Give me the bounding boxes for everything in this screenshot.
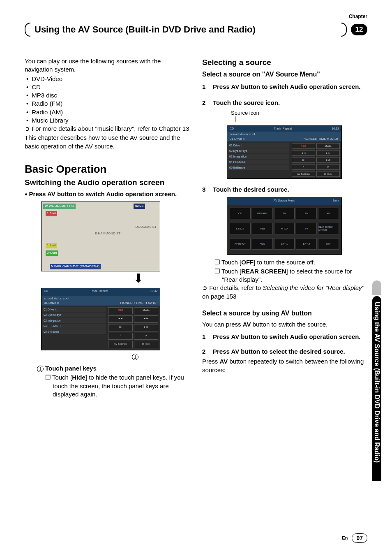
step-text: Touch the desired source.	[213, 185, 289, 194]
list-item: CD	[32, 83, 190, 91]
callout-number-icon: 1	[37, 366, 44, 372]
subhead-av-button: Select a source by using AV button	[202, 309, 367, 318]
return-button[interactable]: ↰	[292, 164, 315, 170]
callout-heading: 1Touch panel keys	[25, 364, 190, 373]
left-column: You can play or use the following source…	[25, 57, 190, 398]
sh-subtitle2: 01 Drive it	[230, 137, 244, 141]
list-item: Radio (FM)	[32, 100, 190, 108]
source-mcd[interactable]: M-CD	[274, 223, 295, 234]
step-b1: 1 Press AV button to switch Audio operat…	[202, 333, 367, 341]
menu-title: AV Source Menu	[274, 199, 295, 204]
play-pause-button[interactable]: ►/II	[134, 324, 158, 331]
map-road-right: DOUGLAS ST	[135, 225, 157, 229]
source-ext2[interactable]: EXT 2	[296, 238, 317, 250]
step-text: Press AV button to switch Audio operatio…	[213, 333, 361, 341]
callout-label: Touch panel keys	[45, 365, 97, 372]
sh-subtitle1: sound.vision.soul	[230, 132, 339, 137]
hide-button[interactable]: ⊠ Hide	[316, 171, 340, 177]
chapter-label: Chapter	[349, 13, 367, 20]
list-item: MP3 disc	[32, 91, 190, 100]
sh-pioneer: PIONEER TIME	[302, 137, 326, 141]
side-tab: Using the AV Source (Built-in DVD Drive …	[372, 296, 381, 481]
repeat-button[interactable]: ⟳	[316, 164, 340, 170]
list-item: DVD-Video	[32, 75, 190, 83]
source-am[interactable]: AM	[296, 208, 317, 219]
arrow-down-icon: ⬇	[86, 272, 190, 285]
sh-track: Track	[274, 127, 281, 130]
list-button[interactable]: ▤	[108, 324, 132, 331]
sh-repeat: Repeat	[99, 290, 108, 292]
repeat-button[interactable]: ⟳	[134, 333, 158, 340]
list-button[interactable]: ▤	[292, 157, 315, 163]
source-rear-screen[interactable]: REAR SCREEN MIRROR	[318, 223, 339, 234]
right-column: Selecting a source Select a source on "A…	[202, 57, 367, 398]
source-library[interactable]: LIBRARY	[252, 208, 273, 219]
return-button[interactable]: ↰	[108, 333, 132, 340]
back-button[interactable]: Back	[332, 199, 339, 202]
chapter-desc: This chapter describes how to use the AV…	[25, 134, 190, 151]
source-tv[interactable]: TV	[296, 223, 317, 234]
source-ext1[interactable]: EXT 1	[274, 238, 295, 250]
sh-clock: 10:32	[150, 289, 157, 295]
step-number: 2	[202, 99, 207, 107]
track-row[interactable]: 02 Eye-to-eye	[228, 148, 289, 153]
track-row[interactable]: 05 Brilliance	[228, 165, 289, 170]
page-footer: En 97	[342, 533, 367, 543]
track-row[interactable]: 05 Brilliance	[42, 329, 106, 334]
map-screenshot: W WOODBURY RD 02:23 1.3 mi DOUGLAS ST E …	[41, 202, 160, 271]
source-cd[interactable]: CD	[230, 208, 251, 219]
source-icon-caption: Source icon	[231, 109, 367, 117]
sh-repeat: Repeat	[283, 127, 292, 130]
prev-button[interactable]: ◄◄	[292, 150, 315, 156]
step-text: Touch the source icon.	[213, 99, 280, 107]
cd-screenshot-2: CD Track Repeat 10:32 sound.vision.soul …	[227, 125, 342, 179]
av-source-menu-screenshot: AV Source Menu Back CD LIBRARY FM AM XM …	[227, 197, 342, 255]
track-row[interactable]: 04 PREMIER	[42, 324, 106, 328]
next-button[interactable]: ►►	[316, 150, 340, 156]
hide-button[interactable]: ⊠ Hide	[134, 341, 158, 348]
chapter-number-badge: 12	[351, 24, 367, 35]
source-off[interactable]: OFF	[318, 238, 339, 250]
sh-subtitle1: sound.vision.soul	[44, 297, 157, 301]
av-press-text: You can press AV button to switch the so…	[202, 320, 367, 329]
av-settings-button[interactable]: AV Settings	[292, 171, 315, 177]
track-row[interactable]: 04 PREMIER	[228, 160, 289, 164]
callout-body: Touch [Hide] to hide the touch panel key…	[25, 373, 190, 398]
page-title-row: Using the AV Source (Built-in DVD Drive …	[25, 23, 367, 37]
page-title: Using the AV Source (Built-in DVD Drive …	[35, 23, 337, 36]
source-list: DVD-Video CD MP3 disc Radio (FM) Radio (…	[25, 75, 190, 125]
sh-pioneer: PIONEER TIME	[120, 301, 143, 305]
list-item: Radio (AM)	[32, 108, 190, 116]
track-row[interactable]: 03 Integration	[228, 154, 289, 159]
source-ipod[interactable]: iPod	[252, 223, 273, 234]
play-pause-button[interactable]: ►/II	[316, 157, 340, 163]
track-row[interactable]: 01 Drive it	[228, 143, 289, 148]
track-row[interactable]: 03 Integration	[42, 318, 106, 323]
cd-screenshot: CD Track Repeat 10:32 sound.vision.soul …	[41, 288, 160, 350]
final-text: Press AV button repeatedly to switch bet…	[202, 357, 367, 374]
source-xm[interactable]: XM	[318, 208, 339, 219]
bracket-left	[25, 23, 30, 37]
step-number: 2	[202, 348, 207, 356]
media-button[interactable]: Media	[134, 307, 158, 315]
av-settings-button[interactable]: AV Settings	[108, 341, 132, 348]
step-number: 1	[202, 83, 207, 91]
prev-button[interactable]: ◄◄	[108, 315, 132, 323]
track-row[interactable]: 02 Eye-to-eye	[42, 313, 106, 317]
track-row[interactable]: 01 Drive it	[42, 307, 106, 312]
next-button[interactable]: ►►	[134, 315, 158, 323]
note-off: Touch [OFF] to turn the source off.	[202, 258, 367, 266]
source-avinput[interactable]: AV INPUT	[230, 238, 251, 250]
step-text: Press AV button to select the desired so…	[213, 348, 345, 356]
source-fm[interactable]: FM	[274, 208, 295, 219]
rec-button[interactable]: REC	[292, 143, 315, 149]
pointer-note: For more details about "music library", …	[25, 125, 190, 133]
source-aux[interactable]: AUX	[252, 238, 273, 250]
sh-cd-label: CD	[44, 289, 48, 295]
sh-clock: 10:32	[332, 127, 339, 131]
rec-button[interactable]: REC	[108, 307, 132, 315]
step-2: 2 Touch the source icon.	[202, 99, 367, 107]
source-sirius[interactable]: SIRIUS	[230, 223, 251, 234]
media-button[interactable]: Media	[316, 143, 340, 149]
map-dist2: 1.4 mi	[46, 243, 57, 248]
